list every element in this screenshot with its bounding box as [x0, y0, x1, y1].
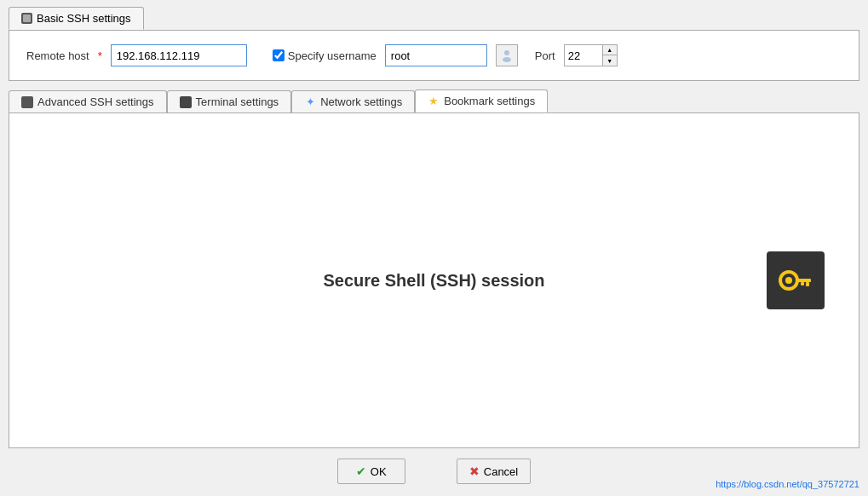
main-container: Basic SSH settings Remote host * Specify…: [0, 0, 868, 496]
svg-rect-5: [806, 282, 809, 286]
cancel-button[interactable]: ✖ Cancel: [457, 459, 531, 484]
cancel-icon: ✖: [469, 464, 480, 478]
specify-username-label: Specify username: [273, 49, 377, 62]
svg-point-1: [503, 57, 511, 62]
network-icon: ✦: [304, 96, 316, 108]
key-icon: [775, 260, 816, 301]
basic-settings-panel: Remote host * Specify username Port ▲ ▼: [9, 30, 859, 81]
tab-terminal-settings[interactable]: Terminal settings: [167, 90, 292, 112]
svg-point-0: [504, 50, 509, 55]
tab-network-settings[interactable]: ✦ Network settings: [291, 90, 415, 112]
user-icon-button[interactable]: [496, 44, 518, 66]
ssh-icon: [21, 13, 32, 24]
remote-host-input[interactable]: [111, 44, 247, 66]
remote-host-label: Remote host: [26, 49, 89, 62]
session-text: Secure Shell (SSH) session: [323, 271, 544, 291]
tab-advanced-ssh[interactable]: Advanced SSH settings: [9, 90, 167, 112]
tab-bookmark-settings[interactable]: ★ Bookmark settings: [415, 89, 548, 112]
port-input[interactable]: [564, 44, 602, 66]
ok-icon: ✔: [356, 464, 366, 478]
svg-rect-6: [801, 282, 804, 285]
advanced-ssh-icon: [21, 96, 33, 108]
terminal-icon: [180, 96, 192, 108]
person-icon: [500, 49, 514, 62]
key-icon-container: [767, 251, 825, 309]
port-label: Port: [535, 49, 555, 62]
port-decrement-button[interactable]: ▼: [603, 55, 617, 66]
content-panel: Secure Shell (SSH) session: [9, 112, 859, 448]
username-input[interactable]: [385, 44, 487, 66]
ok-button[interactable]: ✔ OK: [337, 459, 405, 484]
top-tab-label: Basic SSH settings: [37, 12, 131, 25]
port-spinner: ▲ ▼: [564, 44, 618, 66]
tab-basic-ssh-settings[interactable]: Basic SSH settings: [9, 7, 144, 30]
required-star: *: [98, 49, 102, 62]
bookmark-icon: ★: [428, 95, 440, 107]
port-spinner-buttons: ▲ ▼: [602, 44, 618, 66]
svg-point-3: [785, 277, 792, 284]
footer-link: https://blog.csdn.net/qq_37572721: [716, 479, 859, 489]
secondary-tab-bar: Advanced SSH settings Terminal settings …: [9, 89, 859, 112]
svg-rect-4: [796, 279, 811, 282]
specify-username-checkbox[interactable]: [273, 49, 285, 61]
port-increment-button[interactable]: ▲: [603, 45, 617, 55]
top-tab-bar: Basic SSH settings: [9, 7, 859, 30]
